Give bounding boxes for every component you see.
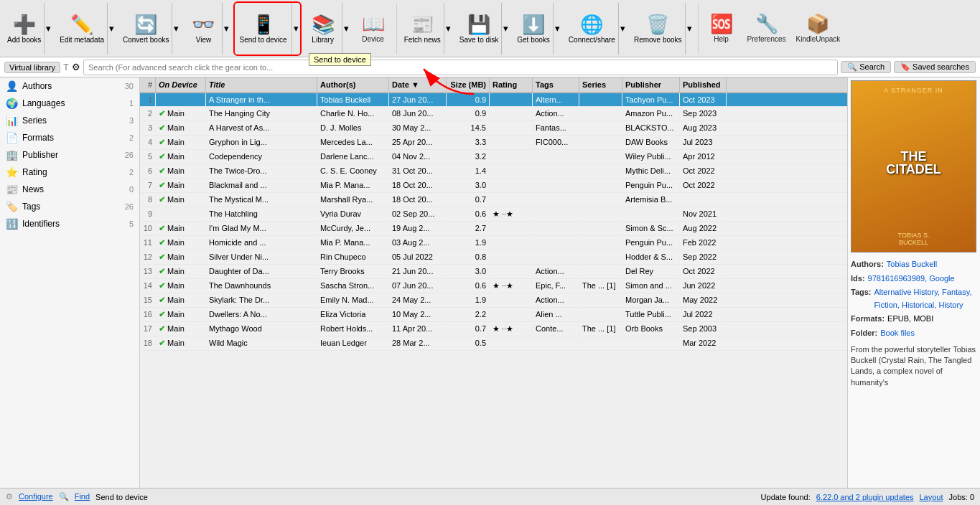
library-btn[interactable]: 📚 Library ▾ [303, 1, 352, 56]
fetch-news-btn[interactable]: 📰 Fetch news ▾ [400, 1, 454, 56]
table-row[interactable]: 2 ✔ Main The Hanging City Charlie N. Ho.… [140, 107, 847, 121]
sidebar-item-authors[interactable]: 👤 Authors 30 [0, 77, 139, 95]
remove-books-main[interactable]: 🗑️ Remove books [631, 3, 685, 55]
edit-metadata-btn[interactable]: ✏️ Edit metadata ▾ [55, 1, 117, 56]
table-row[interactable]: 15 ✔ Main Skylark: The Dr... Emily N. Ma… [140, 293, 847, 308]
table-row[interactable]: 1 A Stranger in th... Tobias Buckell 27 … [140, 93, 847, 107]
view-btn[interactable]: 👓 View ▾ [183, 1, 232, 56]
get-books-main[interactable]: ⬇️ Get books [514, 3, 553, 55]
add-books-arrow[interactable]: ▾ [44, 3, 52, 55]
fetch-news-arrow[interactable]: ▾ [444, 3, 452, 55]
library-arrow[interactable]: ▾ [342, 3, 350, 55]
send-to-device-arrow[interactable]: ▾ [291, 3, 300, 55]
layout-btn[interactable]: Layout [920, 493, 943, 501]
kindleunpack-btn[interactable]: 📦 KindleUnpack [792, 3, 845, 55]
get-books-arrow[interactable]: ▾ [553, 3, 561, 55]
sidebar-item-news[interactable]: 📰 News 0 [0, 181, 139, 198]
authors-value[interactable]: Tobias Buckell [887, 258, 937, 271]
add-books-btn[interactable]: ➕ Add books ▾ [3, 1, 54, 56]
add-books-main[interactable]: ➕ Add books [4, 3, 44, 55]
device-btn[interactable]: 📖 Device [353, 3, 393, 55]
sidebar-item-formats[interactable]: 📄 Formats 2 [0, 129, 139, 146]
row-tags [533, 164, 579, 178]
row-num: 7 [140, 179, 156, 192]
table-row[interactable]: 8 ✔ Main The Mystical M... Marshall Rya.… [140, 193, 847, 207]
library-main[interactable]: 📚 Library [304, 3, 342, 55]
update-link[interactable]: 6.22.0 and 2 plugin updates [816, 493, 914, 501]
col-header-title[interactable]: Title [206, 77, 317, 92]
table-row[interactable]: 16 ✔ Main Dwellers: A No... Eliza Victor… [140, 308, 847, 322]
save-to-disk-arrow[interactable]: ▾ [501, 3, 510, 55]
col-header-publisher[interactable]: Publisher [622, 77, 680, 92]
sidebar-item-languages[interactable]: 🌍 Languages 1 [0, 95, 139, 112]
publisher-icon: 🏢 [6, 149, 18, 161]
sidebar-item-identifiers[interactable]: 🔢 Identifiers 5 [0, 215, 139, 232]
row-series [579, 107, 622, 121]
convert-books-arrow[interactable]: ▾ [172, 3, 180, 55]
table-row[interactable]: 14 ✔ Main The Dawnhounds Sascha Stron...… [140, 279, 847, 293]
edit-metadata-main[interactable]: ✏️ Edit metadata [57, 3, 107, 55]
col-header-size[interactable]: Size (MB) [447, 77, 490, 92]
table-row[interactable]: 6 ✔ Main The Twice-Dro... C. S. E. Coone… [140, 164, 847, 179]
search-button[interactable]: 🔍 Search [841, 61, 891, 73]
col-header-tags[interactable]: Tags [533, 77, 579, 92]
table-row[interactable]: 3 ✔ Main A Harvest of As... D. J. Molles… [140, 121, 847, 136]
preferences-btn[interactable]: 🔧 Preferences [743, 3, 790, 55]
sidebar-item-series[interactable]: 📊 Series 3 [0, 112, 139, 129]
remove-books-arrow[interactable]: ▾ [685, 3, 694, 55]
save-to-disk-main[interactable]: 💾 Save to disk [457, 3, 501, 55]
help-btn[interactable]: 🆘 Help [701, 3, 742, 55]
col-header-date[interactable]: Date ▼ [389, 77, 447, 92]
sidebar-label-series: Series [22, 115, 129, 126]
fetch-news-main[interactable]: 📰 Fetch news [401, 3, 444, 55]
col-header-series[interactable]: Series [579, 77, 622, 92]
connect-share-icon: 🌐 [580, 14, 603, 36]
send-to-device-btn[interactable]: 📱 Send to device ▾ [233, 1, 301, 56]
col-header-ondev[interactable]: On Device [156, 77, 206, 92]
sidebar-item-rating[interactable]: ⭐ Rating 2 [0, 164, 139, 181]
table-row[interactable]: 17 ✔ Main Mythago Wood Robert Holds... 1… [140, 322, 847, 336]
row-title: The Hanging City [206, 107, 317, 121]
col-header-author[interactable]: Author(s) [317, 77, 389, 92]
send-to-device-main[interactable]: 📱 Send to device [235, 3, 291, 55]
sidebar-count-series: 3 [129, 116, 134, 125]
row-tags: Alien ... [533, 308, 579, 321]
find-label[interactable]: Find [75, 492, 90, 501]
search-gear-icon[interactable]: ⚙ [72, 62, 80, 72]
view-arrow[interactable]: ▾ [222, 3, 230, 55]
get-books-btn[interactable]: ⬇️ Get books ▾ [513, 1, 563, 56]
remove-books-btn[interactable]: 🗑️ Remove books ▾ [630, 1, 695, 56]
virtual-library-btn[interactable]: Virtual library [4, 62, 60, 73]
tags-value[interactable]: Alternative History, Fantasy, Fiction, H… [874, 286, 977, 311]
table-row[interactable]: 7 ✔ Main Blackmail and ... Mia P. Mana..… [140, 179, 847, 193]
table-row[interactable]: 11 ✔ Main Homicide and ... Mia P. Mana..… [140, 236, 847, 250]
table-row[interactable]: 13 ✔ Main Daughter of Da... Terry Brooks… [140, 265, 847, 279]
row-rating: ★ ··★ [490, 207, 533, 221]
row-publisher: Penguin Pu... [622, 179, 680, 192]
col-header-rating[interactable]: Rating [490, 77, 533, 92]
row-title: The Hatchling [206, 207, 317, 221]
table-row[interactable]: 9 The Hatchling Vyria Durav 02 Sep 20...… [140, 207, 847, 222]
configure-label[interactable]: Configure [19, 492, 53, 501]
view-main[interactable]: 👓 View [185, 3, 222, 55]
folder-value[interactable]: Book files [880, 327, 915, 340]
saved-searches-btn[interactable]: 🔖 Saved searches [894, 61, 976, 73]
edit-metadata-arrow[interactable]: ▾ [107, 3, 116, 55]
convert-books-main[interactable]: 🔄 Convert books [120, 3, 172, 55]
search-input[interactable] [83, 60, 838, 75]
connect-share-arrow[interactable]: ▾ [618, 3, 627, 55]
table-row[interactable]: 5 ✔ Main Codependency Darlene Lanc... 04… [140, 150, 847, 164]
sidebar-item-tags[interactable]: 🏷️ Tags 26 [0, 198, 139, 215]
sidebar-item-publisher[interactable]: 🏢 Publisher 26 [0, 146, 139, 164]
save-to-disk-btn[interactable]: 💾 Save to disk ▾ [455, 1, 511, 56]
table-row[interactable]: 18 ✔ Main Wild Magic Ieuan Ledger 28 Mar… [140, 336, 847, 351]
table-row[interactable]: 4 ✔ Main Gryphon in Lig... Mercedes La..… [140, 136, 847, 150]
col-header-published[interactable]: Published [680, 77, 727, 92]
convert-books-btn[interactable]: 🔄 Convert books ▾ [118, 1, 182, 56]
connect-share-btn[interactable]: 🌐 Connect/share ▾ [564, 1, 628, 56]
table-row[interactable]: 12 ✔ Main Silver Under Ni... Rin Chupeco… [140, 250, 847, 265]
tags-icon: 🏷️ [6, 201, 18, 212]
connect-share-main[interactable]: 🌐 Connect/share [566, 3, 618, 55]
table-row[interactable]: 10 ✔ Main I'm Glad My M... McCurdy, Je..… [140, 222, 847, 236]
ids-value[interactable]: 9781616963989, Google [868, 273, 955, 285]
